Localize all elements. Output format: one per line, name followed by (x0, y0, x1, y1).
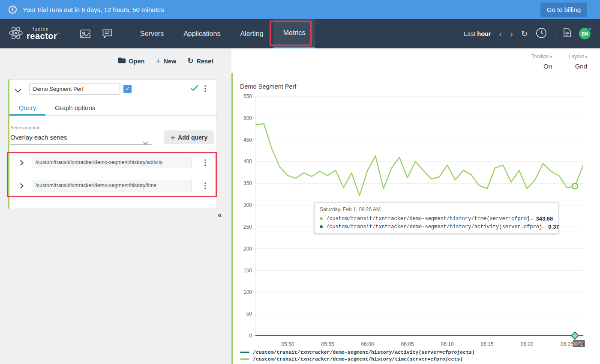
nav-menu: Servers Applications Alerting Metrics (130, 19, 315, 48)
keyboard-icon[interactable] (573, 339, 585, 349)
atom-icon (8, 25, 24, 43)
plus-icon (171, 134, 175, 142)
query-kebab-menu-icon[interactable] (201, 159, 209, 166)
tooltip-row: /custom/transit/txntracker/demo-segment/… (320, 215, 553, 222)
graph-title-input[interactable] (29, 83, 120, 95)
query-path-input[interactable]: /custom/transit/txntracker/demo-segment/… (32, 180, 192, 191)
svg-text:250: 250 (243, 224, 252, 230)
series-dot-time (320, 217, 323, 220)
layout-dropdown[interactable]: Layout (568, 54, 587, 60)
svg-text:550: 550 (243, 93, 252, 99)
series-control-dropdown[interactable]: Overlay each series (10, 131, 152, 145)
apply-check-icon[interactable] (190, 85, 198, 93)
svg-text:100: 100 (243, 289, 252, 295)
chart-card-accent (231, 73, 233, 364)
svg-text:0: 0 (249, 333, 252, 339)
legend-item-activity[interactable]: /custom/transit/txntracker/demo-segment/… (240, 349, 475, 355)
reset-button[interactable]: Reset (187, 57, 213, 65)
caret-down-icon (585, 55, 587, 59)
svg-text:300: 300 (243, 202, 252, 208)
trial-message: Your trial runs out in 6 days, 12 hours,… (23, 6, 164, 13)
legend-swatch (240, 352, 249, 353)
add-query-button[interactable]: Add query (165, 131, 213, 144)
query-row: /custom/transit/txntracker/demo-segment/… (9, 157, 216, 169)
notification-dot (588, 27, 592, 31)
refresh-icon[interactable] (521, 29, 528, 39)
card-kebab-menu-icon[interactable] (201, 85, 209, 92)
query-path-input[interactable]: /custom/transit/txntracker/demo-segment/… (32, 157, 192, 168)
tooltip-row: /custom/transit/txntracker/demo-segment/… (320, 224, 553, 230)
svg-text:200: 200 (243, 246, 252, 252)
legend-swatch (240, 358, 249, 360)
query-row: /custom/transit/txntracker/demo-segment/… (9, 180, 216, 192)
tab-graph-options[interactable]: Graph options (50, 101, 100, 116)
svg-text:400: 400 (243, 158, 252, 164)
nav-item-alerting[interactable]: Alerting (230, 19, 273, 48)
plus-icon (156, 57, 160, 65)
chat-icon[interactable] (96, 26, 118, 42)
series-dot-activity (320, 225, 323, 228)
svg-text:500: 500 (243, 115, 252, 121)
trial-banner: Your trial runs out in 6 days, 12 hours,… (0, 0, 600, 19)
svg-text:06:05: 06:05 (401, 341, 414, 347)
report-icon[interactable] (564, 28, 571, 39)
svg-text:06:00: 06:00 (361, 341, 374, 347)
query-kebab-menu-icon[interactable] (201, 182, 209, 189)
layout-value: Grid (568, 63, 587, 70)
new-button[interactable]: New (156, 57, 176, 65)
svg-text:05:55: 05:55 (321, 341, 334, 347)
chevron-right-icon[interactable] (20, 183, 24, 191)
chevron-right-icon[interactable] (20, 160, 24, 167)
tooltip-timestamp: Saturday, Feb 1, 06:26 AM (320, 206, 553, 212)
chart-legend: /custom/transit/txntracker/demo-segment/… (240, 349, 475, 363)
query-side-panel: Open New Reset Query Graph options Serie… (0, 48, 231, 364)
go-to-billing-button[interactable]: Go to billing (540, 3, 587, 17)
nav-item-servers[interactable]: Servers (130, 19, 174, 48)
svg-text:06:15: 06:15 (481, 341, 494, 347)
folder-icon (118, 57, 126, 65)
brand-word-reactor: reactor™ (27, 32, 61, 40)
chart-tooltip: Saturday, Feb 1, 06:26 AM /custom/transi… (314, 202, 558, 234)
chevron-down-icon (143, 136, 148, 149)
tooltips-dropdown[interactable]: Tooltips (531, 54, 552, 60)
time-back-icon[interactable] (499, 30, 502, 38)
chart-panel: Tooltips On Layout Grid Demo Segment Per… (231, 48, 600, 364)
graph-editor-card: Query Graph options Series control Overl… (8, 79, 217, 209)
svg-text:06:10: 06:10 (441, 341, 454, 347)
open-button[interactable]: Open (118, 57, 144, 65)
tooltips-control: Tooltips On (531, 54, 552, 70)
tooltips-value: On (531, 63, 552, 70)
reset-icon (187, 57, 193, 65)
hover-marker-circle (572, 183, 578, 189)
series-control-label: Series control (10, 125, 39, 130)
svg-text:06:20: 06:20 (521, 341, 534, 347)
svg-text:450: 450 (243, 137, 252, 143)
svg-text:50: 50 (246, 311, 252, 317)
top-nav: fusion reactor™ Servers Applications Ale… (0, 19, 600, 48)
svg-text:06:25: 06:25 (561, 341, 573, 347)
nav-divider (555, 28, 555, 40)
svg-text:350: 350 (243, 180, 252, 186)
metrics-image-icon[interactable] (74, 26, 96, 42)
nav-item-applications[interactable]: Applications (174, 19, 230, 48)
tab-query[interactable]: Query (9, 101, 45, 116)
editor-tabs: Query Graph options (9, 101, 216, 116)
time-range-selector[interactable]: Lasthour (464, 30, 491, 37)
info-icon (9, 6, 17, 14)
chevron-down-icon[interactable] (15, 87, 21, 95)
hover-marker-diamond (571, 332, 579, 339)
legend-item-time[interactable]: /custom/transit/txntracker/demo-segment/… (240, 356, 475, 362)
svg-text:05:50: 05:50 (281, 341, 294, 347)
chart-title: Demo Segment Perf (240, 83, 296, 90)
nav-item-metrics[interactable]: Metrics (273, 19, 315, 48)
svg-text:150: 150 (243, 268, 252, 274)
clock-icon[interactable] (536, 27, 547, 40)
user-avatar[interactable]: BN (579, 28, 591, 39)
caret-down-icon (550, 55, 552, 59)
collapse-panel-icon[interactable] (218, 211, 222, 219)
fusionreactor-logo[interactable]: fusion reactor™ (8, 25, 74, 43)
graph-enabled-checkbox[interactable] (123, 85, 132, 93)
layout-control: Layout Grid (568, 54, 587, 70)
time-forward-icon[interactable] (510, 30, 513, 38)
